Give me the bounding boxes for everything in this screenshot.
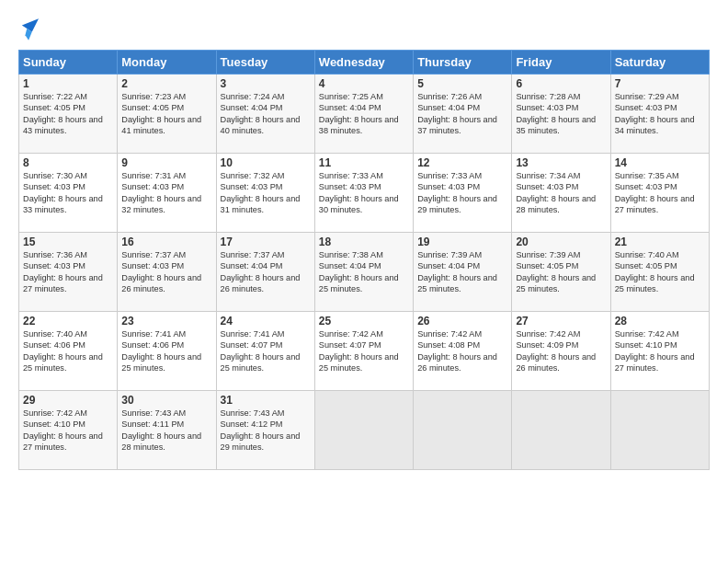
calendar-cell: 17Sunrise: 7:37 AMSunset: 4:04 PMDayligh…: [216, 233, 314, 312]
header-sunday: Sunday: [19, 51, 118, 75]
day-number: 16: [121, 236, 211, 248]
header-wednesday: Wednesday: [314, 51, 413, 75]
day-number: 4: [319, 77, 409, 90]
calendar-cell: [314, 391, 413, 470]
day-number: 12: [417, 156, 507, 169]
calendar-table: Sunday Monday Tuesday Wednesday Thursday…: [18, 50, 710, 470]
day-number: 22: [23, 315, 113, 327]
day-info: Sunrise: 7:23 AMSunset: 4:05 PMDaylight:…: [121, 92, 201, 135]
calendar-cell: 28Sunrise: 7:42 AMSunset: 4:10 PMDayligh…: [610, 312, 709, 391]
day-info: Sunrise: 7:33 AMSunset: 4:03 PMDaylight:…: [319, 171, 399, 214]
calendar-cell: 10Sunrise: 7:32 AMSunset: 4:03 PMDayligh…: [216, 154, 314, 233]
calendar-cell: 1Sunrise: 7:22 AMSunset: 4:05 PMDaylight…: [19, 75, 118, 154]
day-info: Sunrise: 7:43 AMSunset: 4:11 PMDaylight:…: [121, 408, 201, 452]
day-number: 6: [516, 77, 606, 90]
day-number: 2: [121, 77, 211, 90]
day-number: 3: [221, 77, 311, 90]
day-number: 11: [319, 156, 409, 169]
calendar-cell: 19Sunrise: 7:39 AMSunset: 4:04 PMDayligh…: [414, 233, 512, 312]
day-info: Sunrise: 7:41 AMSunset: 4:06 PMDaylight:…: [121, 329, 201, 373]
header-thursday: Thursday: [414, 51, 512, 75]
calendar-week-5: 29Sunrise: 7:42 AMSunset: 4:10 PMDayligh…: [19, 391, 710, 470]
calendar-cell: [610, 391, 709, 470]
day-info: Sunrise: 7:30 AMSunset: 4:03 PMDaylight:…: [23, 171, 103, 214]
calendar-cell: 5Sunrise: 7:26 AMSunset: 4:04 PMDaylight…: [414, 75, 512, 154]
calendar-header: Sunday Monday Tuesday Wednesday Thursday…: [19, 51, 710, 75]
day-info: Sunrise: 7:40 AMSunset: 4:06 PMDaylight:…: [23, 329, 103, 373]
calendar-cell: 11Sunrise: 7:33 AMSunset: 4:03 PMDayligh…: [314, 154, 413, 233]
header: [18, 17, 710, 42]
day-number: 14: [615, 156, 705, 169]
calendar-cell: 3Sunrise: 7:24 AMSunset: 4:04 PMDaylight…: [216, 75, 314, 154]
day-number: 28: [615, 315, 705, 327]
calendar-cell: 4Sunrise: 7:25 AMSunset: 4:04 PMDaylight…: [314, 75, 413, 154]
calendar-cell: [512, 391, 610, 470]
day-info: Sunrise: 7:43 AMSunset: 4:12 PMDaylight:…: [221, 408, 301, 452]
calendar-cell: 18Sunrise: 7:38 AMSunset: 4:04 PMDayligh…: [314, 233, 413, 312]
day-number: 31: [221, 394, 311, 407]
day-number: 17: [221, 236, 311, 248]
day-info: Sunrise: 7:28 AMSunset: 4:03 PMDaylight:…: [516, 92, 596, 135]
day-info: Sunrise: 7:38 AMSunset: 4:04 PMDaylight:…: [319, 250, 399, 293]
day-info: Sunrise: 7:26 AMSunset: 4:04 PMDaylight:…: [417, 92, 497, 135]
day-info: Sunrise: 7:37 AMSunset: 4:03 PMDaylight:…: [121, 250, 201, 293]
day-number: 10: [221, 156, 311, 169]
calendar-week-3: 15Sunrise: 7:36 AMSunset: 4:03 PMDayligh…: [19, 233, 710, 312]
svg-marker-0: [22, 18, 39, 32]
day-info: Sunrise: 7:31 AMSunset: 4:03 PMDaylight:…: [121, 171, 201, 214]
day-number: 8: [23, 156, 113, 169]
logo-bird-icon: [20, 17, 39, 42]
calendar-cell: [414, 391, 512, 470]
day-info: Sunrise: 7:36 AMSunset: 4:03 PMDaylight:…: [23, 250, 103, 293]
day-number: 18: [319, 236, 409, 248]
calendar-cell: 30Sunrise: 7:43 AMSunset: 4:11 PMDayligh…: [118, 391, 216, 470]
day-info: Sunrise: 7:42 AMSunset: 4:10 PMDaylight:…: [615, 329, 695, 373]
day-info: Sunrise: 7:33 AMSunset: 4:03 PMDaylight:…: [417, 171, 497, 214]
day-info: Sunrise: 7:25 AMSunset: 4:04 PMDaylight:…: [319, 92, 399, 135]
calendar-cell: 14Sunrise: 7:35 AMSunset: 4:03 PMDayligh…: [610, 154, 709, 233]
header-saturday: Saturday: [610, 51, 709, 75]
calendar-cell: 21Sunrise: 7:40 AMSunset: 4:05 PMDayligh…: [610, 233, 709, 312]
calendar-body: 1Sunrise: 7:22 AMSunset: 4:05 PMDaylight…: [19, 75, 710, 470]
day-info: Sunrise: 7:22 AMSunset: 4:05 PMDaylight:…: [23, 92, 103, 135]
day-info: Sunrise: 7:32 AMSunset: 4:03 PMDaylight:…: [221, 171, 301, 214]
day-number: 9: [121, 156, 211, 169]
day-number: 13: [516, 156, 606, 169]
calendar-week-1: 1Sunrise: 7:22 AMSunset: 4:05 PMDaylight…: [19, 75, 710, 154]
day-number: 15: [23, 236, 113, 248]
calendar-cell: 9Sunrise: 7:31 AMSunset: 4:03 PMDaylight…: [118, 154, 216, 233]
calendar-cell: 8Sunrise: 7:30 AMSunset: 4:03 PMDaylight…: [19, 154, 118, 233]
day-info: Sunrise: 7:24 AMSunset: 4:04 PMDaylight:…: [221, 92, 301, 135]
day-info: Sunrise: 7:40 AMSunset: 4:05 PMDaylight:…: [615, 250, 695, 293]
calendar-cell: 27Sunrise: 7:42 AMSunset: 4:09 PMDayligh…: [512, 312, 610, 391]
day-info: Sunrise: 7:39 AMSunset: 4:04 PMDaylight:…: [417, 250, 497, 293]
day-number: 23: [121, 315, 211, 327]
header-friday: Friday: [512, 51, 610, 75]
day-number: 30: [121, 394, 211, 407]
day-info: Sunrise: 7:37 AMSunset: 4:04 PMDaylight:…: [221, 250, 301, 293]
header-row: Sunday Monday Tuesday Wednesday Thursday…: [19, 51, 710, 75]
calendar-cell: 25Sunrise: 7:42 AMSunset: 4:07 PMDayligh…: [314, 312, 413, 391]
calendar-cell: 29Sunrise: 7:42 AMSunset: 4:10 PMDayligh…: [19, 391, 118, 470]
day-number: 1: [23, 77, 113, 90]
calendar-cell: 23Sunrise: 7:41 AMSunset: 4:06 PMDayligh…: [118, 312, 216, 391]
page: Sunday Monday Tuesday Wednesday Thursday…: [0, 0, 728, 563]
day-info: Sunrise: 7:42 AMSunset: 4:09 PMDaylight:…: [516, 329, 596, 373]
header-monday: Monday: [118, 51, 216, 75]
day-number: 20: [516, 236, 606, 248]
day-info: Sunrise: 7:29 AMSunset: 4:03 PMDaylight:…: [615, 92, 695, 135]
day-number: 7: [615, 77, 705, 90]
calendar-cell: 31Sunrise: 7:43 AMSunset: 4:12 PMDayligh…: [216, 391, 314, 470]
day-info: Sunrise: 7:42 AMSunset: 4:07 PMDaylight:…: [319, 329, 399, 373]
calendar-cell: 2Sunrise: 7:23 AMSunset: 4:05 PMDaylight…: [118, 75, 216, 154]
day-info: Sunrise: 7:35 AMSunset: 4:03 PMDaylight:…: [615, 171, 695, 214]
day-number: 19: [417, 236, 507, 248]
day-number: 24: [221, 315, 311, 327]
calendar-cell: 6Sunrise: 7:28 AMSunset: 4:03 PMDaylight…: [512, 75, 610, 154]
day-info: Sunrise: 7:42 AMSunset: 4:08 PMDaylight:…: [417, 329, 497, 373]
header-tuesday: Tuesday: [216, 51, 314, 75]
day-number: 27: [516, 315, 606, 327]
day-number: 5: [417, 77, 507, 90]
calendar-week-2: 8Sunrise: 7:30 AMSunset: 4:03 PMDaylight…: [19, 154, 710, 233]
day-number: 29: [23, 394, 113, 407]
